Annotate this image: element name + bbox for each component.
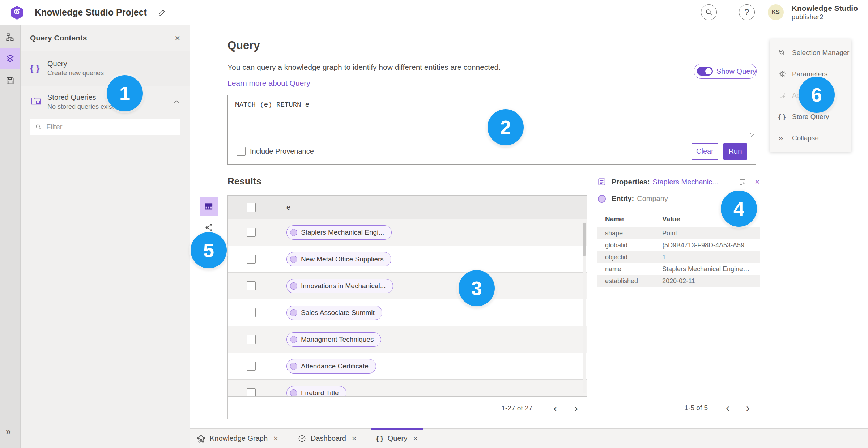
properties-header: Properties: Staplers Mechanic... × — [597, 177, 760, 187]
menu-item-selection-manager[interactable]: Selection Manager — [770, 42, 851, 63]
close-tab-button[interactable]: × — [273, 435, 278, 443]
menu-item-collapse[interactable]: » Collapse — [770, 127, 851, 149]
search-button[interactable] — [701, 4, 717, 20]
scrollbar-thumb[interactable] — [583, 223, 586, 256]
help-button[interactable]: ? — [739, 4, 755, 20]
query-view: Query You can query a knowledge graph to… — [190, 25, 868, 428]
stored-queries-label: Stored Queries — [47, 93, 114, 102]
avatar-initials: KS — [772, 9, 780, 16]
row-checkbox[interactable] — [247, 362, 256, 371]
property-row[interactable]: objectid 1 — [597, 251, 760, 263]
close-tab-button[interactable]: × — [413, 435, 418, 443]
network-graph-icon — [197, 434, 205, 443]
next-page-button[interactable]: › — [572, 403, 580, 414]
entity-dot-icon — [598, 195, 606, 203]
entity-pill[interactable]: Firebird Title — [286, 386, 346, 397]
previous-page-button[interactable]: ‹ — [724, 402, 732, 413]
table-row[interactable]: Staplers Mechanical Engi... — [228, 219, 587, 246]
tab-dashboard[interactable]: Dashboard × — [291, 429, 363, 448]
graph-view-button[interactable] — [204, 223, 214, 232]
rail-save-button[interactable] — [0, 70, 20, 91]
learn-more-link[interactable]: Learn more about Query — [227, 79, 310, 88]
filter-input[interactable] — [46, 123, 175, 132]
query-description: You can query a knowledge graph to ident… — [227, 63, 501, 72]
entity-pill[interactable]: New Metal Office Suppliers — [286, 252, 391, 266]
table-view-button[interactable] — [200, 197, 218, 216]
table-row[interactable]: Sales Associate Summit — [228, 299, 587, 326]
layers-icon — [5, 54, 15, 63]
add-to-new-icon — [738, 178, 747, 186]
table-icon — [204, 202, 213, 211]
row-checkbox[interactable] — [247, 255, 256, 264]
save-icon — [5, 76, 15, 85]
entity-dot-icon — [290, 256, 297, 263]
show-query-label: Show Query — [716, 67, 756, 76]
table-row[interactable]: Attendance Certificate — [228, 353, 587, 380]
close-properties-button[interactable]: × — [755, 178, 760, 186]
stored-queries-sublabel: No stored queries exist — [47, 103, 114, 111]
table-scrollbar[interactable] — [583, 222, 586, 393]
show-query-toggle[interactable]: Show Query — [694, 64, 757, 79]
clear-button[interactable]: Clear — [692, 143, 718, 160]
row-checkbox[interactable] — [247, 281, 256, 290]
query-item-sublabel: Create new queries — [47, 69, 104, 77]
sidebar-item-query[interactable]: { } Query Create new queries — [21, 51, 190, 86]
pencil-icon — [158, 8, 166, 17]
value-column-header: Value — [662, 215, 680, 223]
close-panel-button[interactable]: × — [175, 34, 180, 43]
entity-pill[interactable]: Staplers Mechanical Engi... — [286, 225, 392, 240]
double-chevron-right-icon: » — [778, 134, 792, 142]
run-button[interactable]: Run — [723, 143, 747, 160]
row-checkbox[interactable] — [247, 388, 256, 396]
row-checkbox[interactable] — [247, 308, 256, 317]
table-row[interactable]: Firebird Title — [228, 380, 587, 396]
property-row[interactable]: globalid {5D9B4713-F98D-4A53-A59F-C11... — [597, 239, 760, 251]
search-icon — [35, 123, 42, 131]
entity-pill[interactable]: Sales Associate Summit — [286, 306, 382, 320]
panel-title: Query Contents — [30, 34, 87, 42]
table-row[interactable]: Innovations in Mechanical... — [228, 273, 587, 299]
rail-contents-button[interactable] — [0, 48, 20, 69]
properties-pagination: 1-5 of 5 ‹ › — [597, 395, 760, 421]
braces-icon: { } — [376, 435, 383, 443]
entity-dot-icon — [290, 309, 297, 316]
entity-pill[interactable]: Innovations in Mechanical... — [286, 279, 393, 293]
property-row[interactable]: established 2020-02-11 — [597, 275, 760, 287]
results-table: e Staplers Mechanical Engi... New Metal … — [227, 195, 587, 419]
table-row[interactable]: Managment Techniques — [228, 326, 587, 353]
entity-dot-icon — [290, 389, 297, 397]
property-row[interactable]: shape Point — [597, 227, 760, 239]
include-provenance-checkbox[interactable] — [237, 147, 246, 156]
sidebar-item-stored-queries[interactable]: Stored Queries No stored queries exist — [30, 93, 180, 111]
add-to-new-button[interactable] — [738, 178, 747, 186]
user-info[interactable]: Knowledge Studio publisher2 — [792, 4, 858, 21]
row-checkbox[interactable] — [247, 228, 256, 237]
row-checkbox[interactable] — [247, 335, 256, 344]
resize-handle[interactable] — [750, 133, 754, 137]
tab-knowledge-graph[interactable]: Knowledge Graph × — [190, 429, 285, 448]
callout-badge-4: 4 — [721, 191, 757, 227]
entity-dot-icon — [290, 363, 297, 370]
stored-queries-filter — [30, 119, 180, 135]
search-icon — [705, 8, 713, 17]
tab-query[interactable]: { } Query × — [370, 429, 424, 448]
edit-title-button[interactable] — [158, 8, 166, 17]
collapse-stored-queries-button[interactable] — [173, 98, 180, 106]
table-row[interactable]: New Metal Office Suppliers — [228, 246, 587, 273]
previous-page-button[interactable]: ‹ — [551, 403, 559, 414]
properties-entity-name[interactable]: Staplers Mechanic... — [653, 178, 718, 186]
results-title: Results — [227, 176, 261, 187]
next-page-button[interactable]: › — [744, 402, 752, 413]
select-all-checkbox[interactable] — [247, 203, 256, 212]
property-row[interactable]: name Staplers Mechanical Engineering — [597, 263, 760, 275]
entity-pill[interactable]: Managment Techniques — [286, 332, 381, 347]
user-avatar[interactable]: KS — [768, 4, 784, 20]
rail-link-chart-button[interactable] — [0, 27, 20, 48]
properties-page-range: 1-5 of 5 — [685, 404, 708, 412]
expand-rail-button[interactable]: » — [0, 423, 20, 439]
close-tab-button[interactable]: × — [352, 435, 357, 443]
knowledge-studio-app: Knowledge Studio Project ? KS Knowledge … — [0, 0, 868, 448]
double-chevron-right-icon: » — [6, 426, 11, 437]
entity-pill[interactable]: Attendance Certificate — [286, 359, 376, 374]
user-role: publisher2 — [792, 13, 858, 21]
